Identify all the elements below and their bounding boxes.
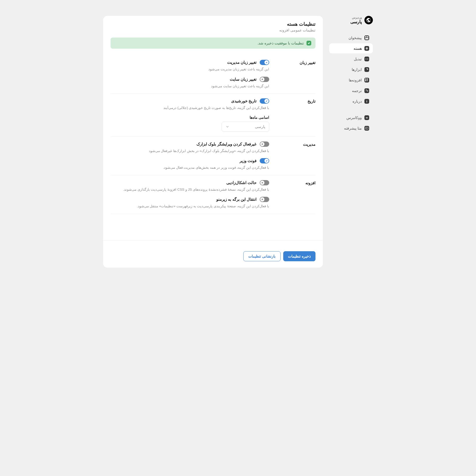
option-desc: با فعال‌کردن این گزینه، تاریخ‌ها به صورت…	[111, 105, 269, 111]
chevron-down-icon	[226, 125, 229, 129]
section-label: تغییر زبان	[274, 60, 315, 89]
info-icon	[364, 99, 369, 104]
option-title: حالت اشکال‌زادیی	[226, 180, 257, 185]
plugins-icon	[364, 78, 369, 83]
nav-label: ووکامرس	[346, 116, 362, 120]
save-button[interactable]: ذخیره تنظیمات	[283, 251, 315, 261]
option-debug-mode: حالت اشکال‌زادیی با فعال‌کردن این گزینه،…	[111, 180, 269, 192]
nav-label: ترجمه	[352, 89, 362, 93]
nav-label: هسته	[354, 46, 362, 51]
toggle-disable-block-widget[interactable]	[260, 141, 269, 147]
option-disable-block-widget: غیرفعال کردن ویرایشگر بلوک ابزارک با فعا…	[111, 141, 269, 154]
option-desc: با فعال‌کردن این گزینه، نسخهٔ فشرده‌نشده…	[111, 187, 269, 192]
option-desc: با فعال‌کردن این گزینه، فونت وزیر در همه…	[111, 165, 269, 170]
nav-tools[interactable]: ابزارها	[329, 65, 373, 75]
option-site-lang: تغییر زبان سایت این گزینه باعث تغییر زبا…	[111, 77, 269, 89]
page-subtitle: تنظیمات عمومی افزونه	[111, 28, 315, 32]
toggle-move-to-submenu[interactable]	[260, 197, 269, 202]
option-desc: این گزینه باعث تغییر زبان مدیریت می‌شود	[111, 67, 269, 72]
option-title: غیرفعال کردن ویرایشگر بلوک ابزارک	[196, 142, 257, 147]
core-icon	[364, 46, 369, 51]
month-names-select[interactable]: پارسی	[222, 122, 269, 132]
nav-label: ابزارها	[352, 67, 362, 72]
svg-rect-2	[365, 38, 368, 39]
logo-subtitle: وردپرس	[350, 16, 362, 19]
logo-icon	[364, 16, 373, 24]
option-title: تاریخ خورشیدی	[231, 99, 257, 103]
nav-dashboard[interactable]: پیشخوان	[329, 33, 373, 43]
svg-rect-1	[367, 36, 368, 38]
section-label: افزونه	[274, 180, 315, 209]
page-header: تنظیمات هسته تنظیمات عمومی افزونه	[111, 21, 315, 32]
nav-label: تبدیل	[354, 57, 362, 61]
svg-point-6	[367, 59, 368, 59]
svg-point-4	[367, 48, 367, 49]
option-title: تغییر زبان مدیریت	[227, 60, 257, 65]
option-desc: این گزینه باعث تغییر زبان سایت می‌شود	[111, 84, 269, 89]
toggle-debug-mode[interactable]	[260, 180, 269, 185]
reset-button[interactable]: بازنشانی تنظیمات	[243, 251, 281, 261]
option-jalali: تاریخ خورشیدی با فعال‌کردن این گزینه، تا…	[111, 98, 269, 111]
nav-about[interactable]: درباره	[329, 96, 373, 106]
nav-label: افزونه‌ها	[349, 78, 362, 82]
nav-label: درباره	[353, 99, 362, 103]
check-icon	[306, 41, 311, 45]
nav-label: پیشخوان	[349, 36, 362, 40]
convert-icon	[364, 57, 369, 61]
tools-icon	[364, 67, 369, 72]
section-label: مدیریت	[274, 141, 315, 170]
option-desc: با فعال‌کردن این گزینه، «ویرایشگر بلوک ا…	[111, 148, 269, 154]
toggle-site-lang[interactable]	[260, 77, 269, 82]
svg-rect-9	[365, 80, 366, 81]
svg-text:W: W	[366, 117, 368, 119]
svg-rect-15	[366, 128, 367, 129]
option-admin-lang: تغییر زبان مدیریت این گزینه باعث تغییر ز…	[111, 60, 269, 72]
section-date: تاریخ تاریخ خورشیدی با فعال‌کردن این گزی…	[111, 94, 315, 137]
section-language: تغییر زبان تغییر زبان مدیریت این گزینه ب…	[111, 55, 315, 94]
page-title: تنظیمات هسته	[111, 21, 315, 27]
option-title: فونت وزیر	[240, 158, 257, 163]
option-desc: با فعال‌کردن این گزینه، صفحهٔ پیکربندی پ…	[111, 204, 269, 209]
section-admin: مدیریت غیرفعال کردن ویرایشگر بلوک ابزارک…	[111, 137, 315, 175]
select-value: پارسی	[255, 125, 265, 129]
toggle-vazir-font[interactable]	[260, 158, 269, 163]
content-panel: تنظیمات هسته تنظیمات عمومی افزونه تنظیما…	[103, 16, 323, 268]
nav-convert[interactable]: تبدیل	[329, 54, 373, 64]
svg-point-10	[367, 100, 367, 101]
success-alert: تنظیمات با موفقیت ذخیره شد.	[111, 38, 315, 49]
option-title: تغییر زبان سایت	[230, 77, 257, 82]
sidebar: وردپرس پارسی پیشخوان هسته تبدیل ابزارها	[329, 16, 373, 268]
logo-title: پارسی	[350, 19, 362, 24]
section-plugin: افزونه حالت اشکال‌زادیی با فعال‌کردن این…	[111, 175, 315, 214]
option-title: انتقال این برگه به زیرمنو	[216, 197, 257, 202]
svg-rect-14	[366, 128, 367, 128]
toggle-jalali[interactable]	[260, 98, 269, 104]
woocommerce-icon: W	[364, 115, 369, 120]
dashboard-icon	[364, 35, 369, 40]
section-label: تاریخ	[274, 98, 315, 132]
acf-icon	[364, 126, 369, 131]
alert-text: تنظیمات با موفقیت ذخیره شد.	[258, 41, 304, 45]
svg-rect-0	[365, 36, 367, 38]
nav-core[interactable]: هسته	[329, 43, 373, 53]
translate-icon	[364, 88, 369, 93]
option-vazir-font: فونت وزیر با فعال‌کردن این گزینه، فونت و…	[111, 158, 269, 170]
svg-rect-11	[367, 101, 367, 102]
toggle-admin-lang[interactable]	[260, 60, 269, 65]
nav-plugins[interactable]: افزونه‌ها	[329, 75, 373, 85]
nav-translate[interactable]: ترجمه	[329, 86, 373, 96]
nav-woocommerce[interactable]: W ووکامرس	[329, 113, 373, 123]
svg-rect-7	[365, 79, 366, 80]
svg-point-5	[366, 59, 367, 59]
subfield-label: اسامی ماه‌ها	[111, 115, 269, 120]
option-move-to-submenu: انتقال این برگه به زیرمنو با فعال‌کردن ا…	[111, 197, 269, 209]
nav-secondary: W ووکامرس متا پیشرفته	[329, 113, 373, 133]
nav-primary: پیشخوان هسته تبدیل ابزارها افزونه‌ها ترج…	[329, 33, 373, 106]
nav-acf[interactable]: متا پیشرفته	[329, 123, 373, 133]
actions-bar: ذخیره تنظیمات بازنشانی تنظیمات	[111, 246, 315, 261]
logo: وردپرس پارسی	[329, 16, 373, 24]
svg-rect-8	[367, 79, 368, 80]
nav-label: متا پیشرفته	[344, 126, 362, 130]
subfield-month-names: اسامی ماه‌ها پارسی	[111, 115, 269, 132]
